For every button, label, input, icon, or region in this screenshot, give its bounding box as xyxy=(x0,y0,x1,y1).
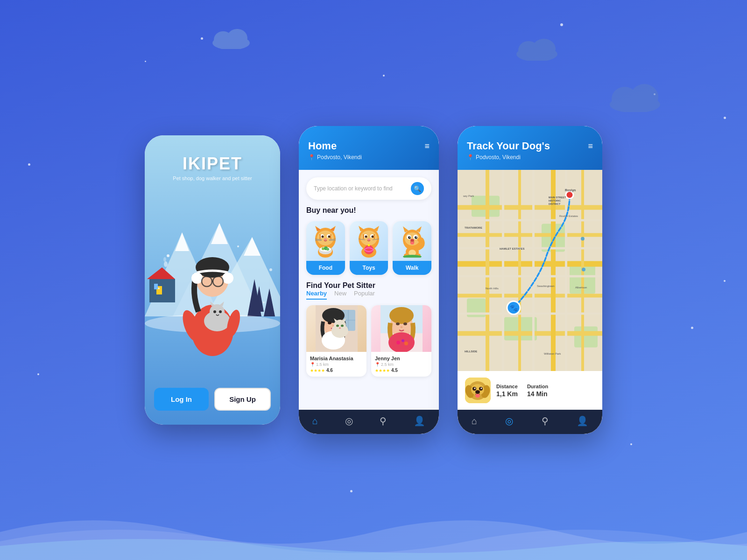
svg-rect-18 xyxy=(154,284,158,289)
sitter-2-rating: ★★★★ 4.5 xyxy=(375,368,428,373)
category-food[interactable]: Food xyxy=(306,221,345,275)
svg-marker-13 xyxy=(211,223,228,244)
track-nav-home-icon[interactable]: ⌂ xyxy=(472,416,477,427)
app-logo: IKIPET xyxy=(173,154,252,174)
svg-text:TRATHMORE: TRATHMORE xyxy=(465,226,482,229)
tab-popular[interactable]: Popular xyxy=(354,290,375,300)
sitter-card-1[interactable]: Marisia Anastasia 📍 1.5 km ★★★★ 4.6 xyxy=(306,305,366,377)
food-image xyxy=(306,221,345,261)
svg-point-38 xyxy=(219,310,222,313)
svg-point-47 xyxy=(317,231,334,245)
sitter-2-location: 📍 2.5 km xyxy=(375,362,428,367)
pet-sitter-title: Find Your Pet Sitter xyxy=(306,281,431,290)
duration-stat: Duration 14 Min xyxy=(527,384,548,398)
dog-avatar xyxy=(465,378,491,403)
track-pin-icon: 📍 xyxy=(467,154,474,161)
menu-icon[interactable]: ≡ xyxy=(424,141,430,151)
svg-text:HAMLET ESTATES: HAMLET ESTATES xyxy=(500,247,524,250)
svg-point-113 xyxy=(341,325,344,327)
svg-point-91 xyxy=(410,239,414,242)
food-label: Food xyxy=(306,261,345,275)
toys-image xyxy=(350,221,388,261)
svg-point-122 xyxy=(388,332,415,352)
search-button[interactable]: 🔍 xyxy=(411,182,424,195)
sitter-card-2[interactable]: Jenny Jen 📍 2.5 km ★★★★ 4.5 xyxy=(371,305,431,377)
duration-label: Duration xyxy=(527,384,548,389)
svg-point-66 xyxy=(326,248,329,251)
svg-point-45 xyxy=(263,301,265,303)
svg-rect-15 xyxy=(149,279,175,302)
svg-text:🐾: 🐾 xyxy=(510,304,518,312)
distance-value: 1,1 Km xyxy=(496,390,518,398)
svg-rect-132 xyxy=(574,327,598,348)
svg-point-68 xyxy=(360,231,377,245)
svg-point-121 xyxy=(400,326,402,328)
category-toys[interactable]: Toys xyxy=(350,221,388,275)
sitter-2-score: 4.5 xyxy=(391,368,398,373)
sitter-1-rating: ★★★★ 4.6 xyxy=(310,368,363,373)
phone-track: Track Your Dog's ≡ 📍 Podvosto, Vikendi xyxy=(458,126,602,434)
sitter-2-name: Jenny Jen xyxy=(375,356,428,361)
track-menu-icon[interactable]: ≡ xyxy=(588,141,593,151)
svg-rect-137 xyxy=(458,331,602,336)
sitter-2-info: Jenny Jen 📍 2.5 km ★★★★ 4.5 xyxy=(371,352,431,377)
search-bar[interactable]: Type location or keyword to find 🔍 xyxy=(306,177,431,200)
svg-rect-143 xyxy=(458,247,602,250)
track-nav-search-icon[interactable]: ⚲ xyxy=(542,415,549,427)
nav-user-icon[interactable]: 👤 xyxy=(414,415,425,427)
svg-point-44 xyxy=(158,287,160,289)
svg-point-175 xyxy=(481,388,482,389)
category-walk[interactable]: Walk xyxy=(393,221,431,275)
walk-image xyxy=(393,221,431,261)
svg-text:HISTORIC: HISTORIC xyxy=(549,199,561,202)
svg-rect-139 xyxy=(518,170,521,371)
login-button[interactable]: Log In xyxy=(154,388,209,411)
sitter-1-stars: ★★★★ xyxy=(310,368,325,373)
signup-button[interactable]: Sign Up xyxy=(214,388,271,411)
sitter-1-name: Marisia Anastasia xyxy=(310,356,363,361)
svg-point-165 xyxy=(581,237,585,241)
svg-point-124 xyxy=(402,339,404,342)
svg-text:Roslyn: Roslyn xyxy=(565,189,576,192)
svg-text:Albertson: Albertson xyxy=(575,286,587,289)
nav-home-icon[interactable]: ⌂ xyxy=(312,416,318,427)
login-illustration xyxy=(145,186,280,378)
home-header: Home ≡ 📍 Podvosto, Vikendi xyxy=(299,126,439,170)
track-nav-user-icon[interactable]: 👤 xyxy=(577,415,588,427)
map-container[interactable]: 🐾 Roslyn MAIN STREET HISTORIC DISTRICT R… xyxy=(458,170,602,371)
svg-point-125 xyxy=(404,342,408,345)
distance-label: Distance xyxy=(496,384,518,389)
svg-text:sey Park: sey Park xyxy=(463,195,474,197)
svg-marker-14 xyxy=(244,237,261,256)
tab-nearby[interactable]: Nearby xyxy=(306,290,327,300)
sitter-cards: Marisia Anastasia 📍 1.5 km ★★★★ 4.6 xyxy=(306,305,431,377)
sitter-1-photo xyxy=(306,305,366,352)
login-header: IKIPET Pet shop, dog walker and pet sitt… xyxy=(163,135,261,186)
svg-point-88 xyxy=(415,236,417,239)
svg-point-176 xyxy=(475,390,480,394)
svg-point-79 xyxy=(364,245,374,254)
svg-text:DISTRICT: DISTRICT xyxy=(549,203,561,205)
svg-point-20 xyxy=(163,257,166,262)
svg-point-123 xyxy=(396,341,400,344)
svg-rect-148 xyxy=(565,170,567,371)
svg-rect-145 xyxy=(458,313,602,315)
svg-rect-147 xyxy=(532,170,535,371)
sitter-2-stars: ★★★★ xyxy=(375,368,390,373)
nav-location-icon[interactable]: ◎ xyxy=(345,415,353,427)
svg-point-42 xyxy=(237,245,239,247)
svg-point-112 xyxy=(336,325,339,327)
phones-wrapper: IKIPET Pet shop, dog walker and pet sitt… xyxy=(23,23,724,537)
track-nav-location-icon[interactable]: ◎ xyxy=(505,415,513,427)
svg-point-166 xyxy=(582,268,585,272)
svg-rect-136 xyxy=(458,294,602,298)
track-header: Track Your Dog's ≡ 📍 Podvosto, Vikendi xyxy=(458,126,602,170)
svg-point-92 xyxy=(410,242,414,245)
phone-login: IKIPET Pet shop, dog walker and pet sitt… xyxy=(145,135,280,425)
svg-point-43 xyxy=(269,268,272,271)
svg-point-37 xyxy=(213,310,216,313)
svg-rect-146 xyxy=(502,170,504,371)
svg-point-34 xyxy=(210,304,225,319)
nav-search-icon[interactable]: ⚲ xyxy=(380,415,387,427)
tab-new[interactable]: New xyxy=(334,290,346,300)
